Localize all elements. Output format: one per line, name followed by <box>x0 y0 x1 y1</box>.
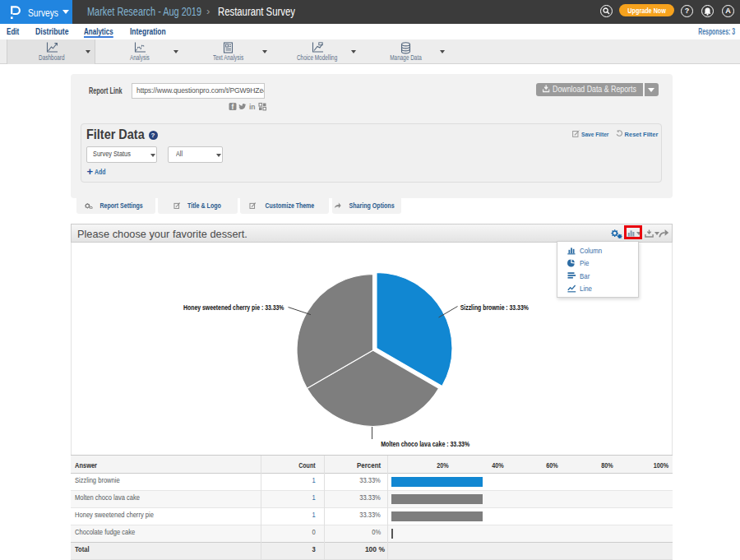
svg-text:Honey sweetened cherry pie : 3: Honey sweetened cherry pie : 33.33% <box>183 303 284 312</box>
svg-text:f: f <box>232 103 234 111</box>
svg-text:Sizzling brownie : 33.33%: Sizzling brownie : 33.33% <box>460 303 528 312</box>
svg-text:Molten choco lava cake : 33.33: Molten choco lava cake : 33.33% <box>381 440 469 448</box>
svg-text:in: in <box>249 103 256 111</box>
